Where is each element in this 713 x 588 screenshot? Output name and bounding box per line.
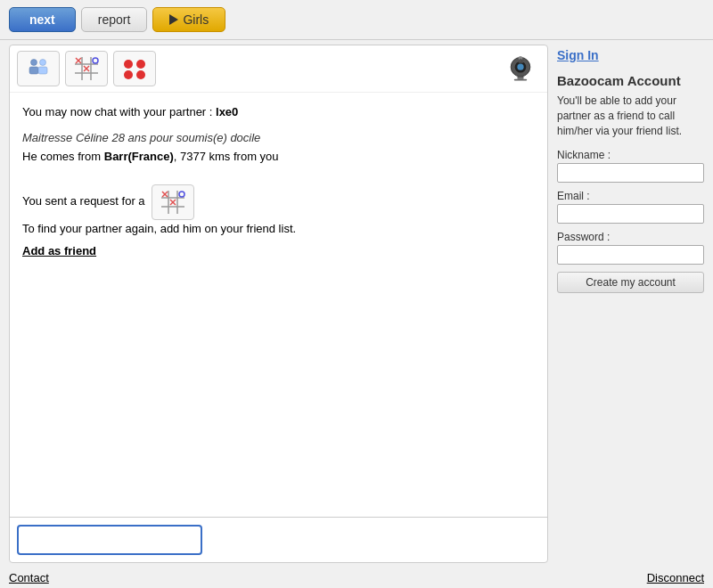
dots-icon-btn[interactable] [113,51,156,86]
chat-input[interactable] [17,525,202,555]
tictactoe-icon-btn[interactable] [65,51,108,86]
friend-text: To find your partner again, add him on y… [22,220,535,239]
svg-point-15 [124,70,133,79]
request-text: You sent a request for a [22,195,145,208]
svg-point-0 [31,60,37,66]
sidebar: Sign In Bazoocam Account You'll be able … [557,45,704,563]
inline-tictactoe-svg [160,189,186,216]
svg-rect-1 [29,67,38,74]
top-bar: next report Girls [0,0,713,40]
partner-tagline: Maitresse Céline 28 ans pour soumis(e) d… [22,129,535,148]
icon-bar: 🎥 [10,45,547,93]
contact-link[interactable]: Contact [9,571,49,584]
email-input[interactable] [557,204,704,224]
request-line: You sent a request for a [22,184,535,220]
svg-rect-21 [514,79,527,81]
account-section: Bazoocam Account You'll be able to add y… [557,73,704,293]
partner-name: lxe0 [216,105,238,118]
svg-rect-20 [517,77,523,79]
nickname-input[interactable] [557,163,704,183]
account-title: Bazoocam Account [557,73,704,88]
sign-in-link[interactable]: Sign In [557,45,704,62]
webcam-svg-icon: 🎥 [504,53,537,85]
svg-point-19 [517,64,523,70]
webcam-icon: 🎥 [501,51,540,86]
tictactoe-svg-icon [73,55,100,82]
next-button[interactable]: next [9,7,76,32]
svg-point-13 [124,60,133,69]
chat-input-area: 💬 [10,517,547,562]
svg-rect-3 [38,67,47,74]
partner-location: He comes from Barr(France), 7377 kms fro… [22,148,535,167]
dots-svg-icon [121,55,148,82]
main-row: 🎥 You may now chat with your partner : l… [0,40,713,568]
svg-point-10 [93,58,98,63]
footer: Contact Disconnect [0,568,713,588]
create-account-button[interactable]: Create my account [557,272,704,293]
disconnect-link[interactable]: Disconnect [647,571,704,584]
account-desc: You'll be able to add your partner as a … [557,94,704,138]
svg-point-16 [136,70,145,79]
password-input[interactable] [557,245,704,265]
girls-button[interactable]: Girls [152,7,225,32]
chat-messages: You may now chat with your partner : lxe… [10,93,547,517]
svg-point-2 [40,60,46,66]
nickname-label: Nickname : [557,149,704,161]
chat-input-wrapper: 💬 [17,525,540,555]
partner-intro-text: You may now chat with your partner : [22,105,216,118]
play-icon [169,14,178,25]
partner-info: You may now chat with your partner : lxe… [22,103,535,122]
svg-point-14 [136,60,145,69]
people-icon-btn[interactable] [17,51,60,86]
email-label: Email : [557,190,704,202]
inline-tictactoe-icon [152,184,194,220]
password-label: Password : [557,231,704,243]
report-button[interactable]: report [81,7,148,32]
add-friend-link[interactable]: Add as friend [22,242,96,261]
people-svg-icon [25,55,52,82]
svg-point-30 [179,192,184,197]
location-bold: Barr(France) [104,150,174,163]
chat-area: 🎥 You may now chat with your partner : l… [9,45,548,563]
svg-text:🎥: 🎥 [519,58,524,64]
